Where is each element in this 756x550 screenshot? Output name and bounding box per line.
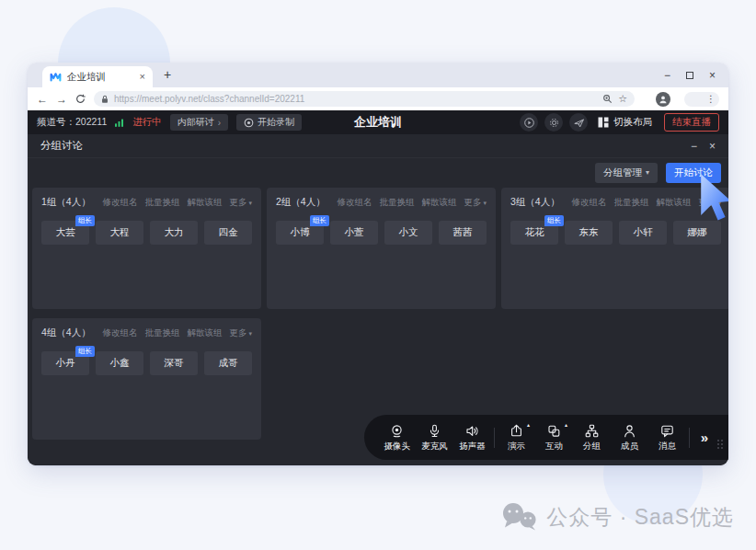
share-plane-icon[interactable] [569, 113, 588, 132]
speaker-icon [464, 423, 480, 439]
app-top-bar-right: 切换布局 结束直播 [520, 113, 719, 132]
member-chip[interactable]: 小鑫 [96, 351, 143, 375]
browser-menu-pill[interactable]: ⋮ [684, 92, 719, 107]
group-action-link[interactable]: 批量换组 [380, 197, 415, 209]
tab-title: 企业培训 [67, 71, 134, 84]
panel-minimize-icon[interactable]: − [691, 141, 697, 152]
toolbar-separator [689, 428, 690, 448]
address-bar[interactable]: https://meet.polyv.net/class?channelId=2… [94, 91, 635, 107]
group-action-link[interactable]: 更多 ▾ [230, 327, 252, 339]
toolbar-button-microphone[interactable]: 麦克风 [416, 423, 453, 453]
member-chip[interactable]: 大程 [96, 221, 143, 245]
present-icon: ▴ [509, 423, 524, 439]
group-action-link[interactable]: 修改组名 [572, 197, 607, 209]
group-action-link[interactable]: 修改组名 [338, 197, 372, 209]
member-chip[interactable]: 大芸组长 [41, 221, 89, 245]
browser-tab[interactable]: 企业培训 × [42, 66, 153, 87]
member-chip[interactable]: 小博组长 [276, 221, 324, 245]
chevron-down-icon: ▾ [482, 200, 487, 206]
window-close-button[interactable]: × [709, 70, 716, 81]
toolbar-button-camera[interactable]: 摄像头 [378, 423, 416, 453]
record-icon [244, 118, 254, 128]
window-controls: − × [664, 63, 716, 87]
camera-icon [389, 423, 405, 439]
member-chip[interactable]: 四金 [204, 221, 252, 245]
toolbar-button-interact[interactable]: ▴互动 [535, 423, 573, 453]
toolbar-expand-button[interactable]: » [693, 430, 716, 445]
group-action-link[interactable]: 更多 ▾ [464, 197, 487, 209]
tab-close-icon[interactable]: × [140, 72, 145, 82]
group-card: 1组（4人）修改组名批量换组解散该组更多 ▾大芸组长大程大力四金 [32, 188, 261, 309]
member-chip[interactable]: 小轩 [619, 221, 667, 245]
toolbar-drag-handle[interactable] [717, 440, 723, 449]
member-chip[interactable]: 小丹组长 [41, 351, 89, 375]
group-name: 1组（4人） [41, 196, 91, 209]
new-tab-button[interactable]: + [164, 67, 171, 82]
caret-up-icon: ▴ [527, 422, 530, 428]
channel-number: 频道号：202211 [37, 116, 107, 129]
caret-up-icon: ▴ [565, 422, 567, 428]
group-action-link[interactable]: 修改组名 [103, 327, 138, 339]
member-chip[interactable]: 大力 [150, 221, 198, 245]
toolbar-label: 扬声器 [459, 441, 486, 453]
member-chip[interactable]: 深哥 [150, 351, 198, 375]
browser-navbar: ← → https://meet.polyv.net/class?channel… [28, 87, 728, 110]
live-status: 进行中 [132, 116, 162, 129]
member-chip[interactable]: 成哥 [204, 351, 252, 375]
group-action-link[interactable]: 批量换组 [145, 327, 180, 339]
toolbar-label: 成员 [621, 441, 638, 453]
member-chip[interactable]: 茜茜 [439, 221, 487, 245]
toolbar-label: 麦克风 [421, 441, 448, 453]
toolbar-button-speaker[interactable]: 扬声器 [453, 423, 491, 453]
panel-close-icon[interactable]: × [709, 141, 716, 152]
window-minimize-button[interactable]: − [664, 70, 670, 81]
group-action-link[interactable]: 修改组名 [103, 197, 138, 209]
chevron-down-icon: ▾ [646, 168, 649, 177]
group-name: 2组（4人） [276, 196, 326, 209]
kebab-menu-icon[interactable]: ⋮ [706, 95, 716, 104]
reload-button[interactable] [75, 94, 86, 104]
group-card: 4组（4人）修改组名批量换组解散该组更多 ▾小丹组长小鑫深哥成哥 [32, 318, 261, 440]
page: { "glyphs": { "close": "×", "minimize": … [0, 0, 756, 550]
groups-icon [584, 423, 600, 439]
end-live-button[interactable]: 结束直播 [664, 113, 719, 132]
toolbar-button-members[interactable]: 成员 [611, 423, 648, 453]
chevron-down-icon: ▾ [247, 200, 252, 206]
members-icon [622, 423, 637, 439]
meeting-title: 企业培训 [354, 114, 402, 131]
profile-avatar[interactable] [656, 92, 670, 107]
start-record-button[interactable]: 开始录制 [236, 114, 302, 131]
member-chip[interactable]: 小萱 [330, 221, 378, 245]
zoom-page-icon[interactable] [602, 94, 613, 104]
window-maximize-button[interactable] [686, 72, 693, 79]
member-chip[interactable]: 东东 [565, 221, 613, 245]
member-chip[interactable]: 小文 [384, 221, 432, 245]
group-action-link[interactable]: 批量换组 [614, 197, 649, 209]
group-action-link[interactable]: 解散该组 [422, 197, 457, 209]
browser-window: 企业培训 × + − × ← → https://meet.polyv.net/… [28, 63, 728, 465]
playback-button[interactable] [520, 113, 538, 132]
toolbar-button-present[interactable]: ▴演示 [498, 423, 535, 453]
chevron-down-icon: ▾ [247, 330, 252, 337]
watermark: 公众号 · SaaS优选 [501, 502, 734, 532]
group-action-link[interactable]: 解散该组 [188, 197, 223, 209]
toolbar-label: 演示 [508, 441, 525, 453]
member-chip[interactable]: 花花组长 [510, 221, 558, 245]
back-button[interactable]: ← [37, 94, 48, 105]
url-text: https://meet.polyv.net/class?channelId=2… [114, 94, 597, 104]
forward-button[interactable]: → [56, 94, 67, 105]
toolbar-label: 消息 [659, 441, 676, 453]
group-action-link[interactable]: 更多 ▾ [230, 197, 252, 209]
group-action-link[interactable]: 解散该组 [188, 327, 223, 339]
settings-gear-icon[interactable] [544, 113, 563, 132]
switch-layout-button[interactable]: 切换布局 [598, 116, 652, 129]
group-action-link[interactable]: 批量换组 [145, 197, 180, 209]
toolbar-button-groups[interactable]: 分组 [573, 423, 611, 453]
toolbar-button-message[interactable]: 消息 [648, 423, 686, 453]
tab-strip: 企业培训 × + − × [28, 63, 728, 87]
chevron-right-icon: › [218, 118, 221, 128]
group-manage-button[interactable]: 分组管理 ▾ [595, 163, 658, 183]
bookmark-star-icon[interactable]: ☆ [618, 94, 627, 104]
seminar-mode-button[interactable]: 内部研讨› [170, 114, 228, 131]
leader-badge: 组长 [544, 215, 564, 226]
